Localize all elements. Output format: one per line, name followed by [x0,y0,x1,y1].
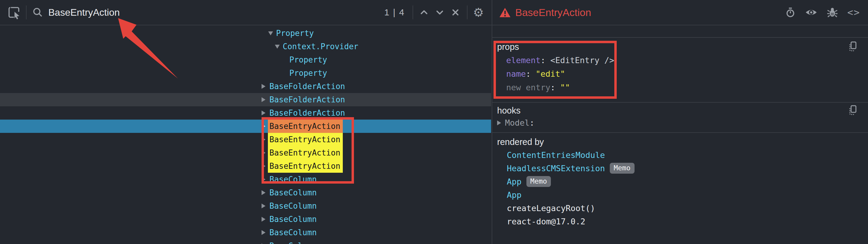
tree-row[interactable]: BaseFolderAction [0,93,491,106]
component-name: BaseFolderAction [270,80,345,93]
search-result-count: 1 | 4 [384,7,405,18]
component-tree: PropertyContext.ProviderPropertyProperty… [0,25,491,244]
rendered-by-row: App [497,188,868,202]
rendered-by-row: createLegacyRoot() [497,202,868,215]
view-source-button[interactable]: <> [847,7,860,18]
tree-row[interactable]: BaseColumn [0,213,491,226]
colon: : [540,56,551,65]
expand-arrow-right-icon[interactable] [261,84,270,89]
close-icon [450,7,461,18]
selected-component-title: BaseEntryAction [515,7,591,19]
rendered-by-section: rendered by ContentEntriesModuleHeadless… [492,133,868,244]
prop-row[interactable]: new entry: "" [497,81,868,94]
tree-row[interactable]: BaseColumn [0,186,491,199]
component-name: BaseEntryAction [268,120,343,133]
expand-arrow-right-icon[interactable] [261,97,270,102]
colon: : [526,69,536,79]
expand-arrow-right-icon[interactable] [497,121,505,125]
copy-hooks-button[interactable] [849,105,858,115]
hook-row[interactable]: Model: [497,116,868,129]
prop-value: <EditEntry /> [550,56,614,65]
previous-result-button[interactable] [418,7,430,18]
tree-row[interactable]: BaseColumn [0,173,491,186]
tree-row[interactable]: Property [0,27,491,40]
search-input[interactable] [48,7,218,19]
expand-arrow-right-icon[interactable] [261,177,270,182]
toolbar-divider [412,5,413,19]
inspect-dom-button[interactable] [805,7,817,18]
chevron-down-icon [434,7,445,18]
search-icon [32,7,43,18]
tree-toolbar: 1 | 4 ⚙ [0,0,492,25]
component-name: BaseColumn [270,199,317,213]
tree-row[interactable]: Property [0,66,491,80]
owner-link[interactable]: App [507,190,522,200]
component-name: BaseFolderAction [270,93,345,106]
expand-arrow-right-icon[interactable] [261,217,270,222]
component-name: BaseColumn [270,173,317,186]
settings-button[interactable]: ⚙ [473,6,484,19]
prop-row[interactable]: element: <EditEntry /> [497,54,868,67]
component-name: Property [276,27,314,40]
component-name: BaseColumn [270,239,317,244]
component-name: BaseColumn [270,213,317,226]
component-name: BaseColumn [270,186,317,199]
stopwatch-icon [785,7,796,18]
owner-text: react-dom@17.0.2 [507,217,585,226]
tree-row[interactable]: BaseColumn [0,239,491,244]
component-name: Property [289,53,327,66]
owner-link[interactable]: HeadlessCMSExtension [507,164,605,173]
component-name: BaseEntryAction [268,146,343,159]
expand-arrow-down-icon[interactable] [268,31,276,35]
copy-props-button[interactable] [849,41,858,52]
inspect-element-button[interactable] [7,5,21,20]
tree-row[interactable]: BaseFolderAction [0,80,491,93]
prop-key: new entry [506,83,550,92]
prop-value: "" [560,83,570,92]
expand-arrow-right-icon[interactable] [261,111,270,115]
owner-link[interactable]: App [507,177,522,186]
component-name: Context.Provider [283,40,358,53]
prop-row[interactable]: name: "edit" [497,67,868,81]
copy-icon [849,41,858,52]
tree-row[interactable]: BaseColumn [0,226,491,239]
tree-row[interactable]: Property [0,53,491,66]
memo-badge: Memo [610,163,634,174]
suspend-component-button[interactable] [785,7,796,18]
owner-link[interactable]: ContentEntriesModule [507,150,605,160]
rendered-by-row: ContentEntriesModule [497,149,868,162]
expand-arrow-right-icon[interactable] [261,230,270,235]
expand-arrow-right-icon[interactable] [261,204,270,208]
tree-row[interactable]: BaseFolderAction [0,106,491,120]
rendered-by-row: AppMemo [497,175,868,188]
hook-name: Model [505,116,529,129]
log-component-data-button[interactable] [827,7,838,18]
owner-text: createLegacyRoot() [507,204,595,213]
props-label: props [497,42,868,52]
tree-row[interactable]: Context.Provider [0,40,491,53]
expand-arrow-down-icon[interactable] [275,45,283,49]
component-name: BaseEntryAction [268,133,343,146]
clear-search-button[interactable] [450,7,461,18]
eye-icon [805,7,817,18]
colon: : [550,83,560,92]
copy-icon [849,105,858,115]
details-header: BaseEntryAction [492,0,868,25]
hooks-section: hooks Model: [492,103,868,133]
expand-arrow-right-icon[interactable] [261,190,270,195]
toolbar-divider [26,5,27,19]
rendered-by-row: react-dom@17.0.2 [497,215,868,228]
toolbar-divider [467,5,467,19]
prop-key: name [506,69,526,79]
component-name: BaseColumn [270,226,317,239]
tree-row[interactable]: BaseColumn [0,199,491,213]
tree-row[interactable]: BaseEntryAction [0,133,491,146]
tree-row[interactable]: BaseEntryAction [0,120,491,133]
prop-value: "edit" [536,69,565,79]
details-header-gap [492,25,868,38]
tree-row[interactable]: BaseEntryAction [0,146,491,159]
tree-row[interactable]: BaseEntryAction [0,159,491,173]
hooks-label: hooks [497,106,868,115]
next-result-button[interactable] [434,7,445,18]
colon: : [529,116,534,129]
